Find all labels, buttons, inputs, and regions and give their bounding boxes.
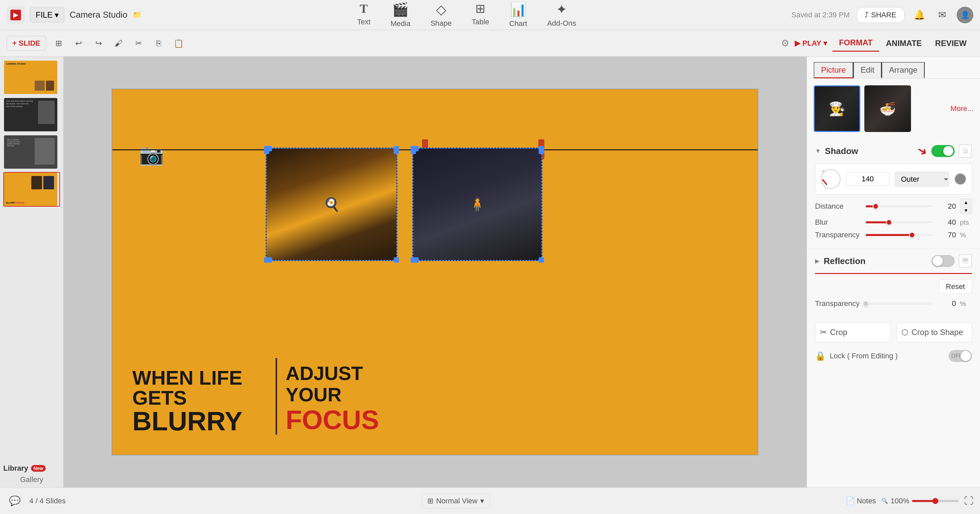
toolbar-shape[interactable]: ◇ Shape (430, 2, 452, 28)
crop-button[interactable]: ✂ Crop (815, 323, 891, 342)
play-button[interactable]: ▶ PLAY ▾ (795, 39, 827, 48)
dial-center (822, 170, 824, 173)
toolbar-text[interactable]: T Text (357, 2, 370, 28)
fullscreen-button[interactable]: ⛶ (964, 495, 973, 506)
slide-thumb-2[interactable]: 2 Look and think before openingthe shutt… (3, 97, 60, 132)
view-control: ⊞ Normal View ▾ (72, 494, 839, 508)
reset-button-container: Reset (815, 279, 972, 294)
canvas-area[interactable]: 📷 🍳 (63, 57, 807, 487)
picture-thumb-2[interactable]: 🍜 (864, 85, 911, 132)
slide-thumb-1[interactable]: 1 CAMERA STUDIO (3, 60, 60, 95)
lock-toggle[interactable]: OFF (949, 350, 972, 362)
transparency-value: 70 (936, 231, 956, 239)
handle-ml-1[interactable] (264, 149, 269, 154)
distance-slider-track[interactable] (865, 205, 932, 207)
tab-arrange[interactable]: Arrange (882, 62, 925, 78)
photo-frame-1[interactable]: 🍳 (266, 148, 397, 261)
chef-photo: 🍳 (267, 149, 396, 260)
handle-br-1[interactable] (394, 257, 399, 263)
shadow-collapse-icon[interactable]: ▼ (815, 148, 821, 155)
blur-slider-track[interactable] (865, 221, 932, 223)
chat-button[interactable]: 💬 (7, 493, 23, 509)
handle-mr-2[interactable] (539, 149, 544, 154)
blur-slider-thumb[interactable] (886, 219, 892, 225)
crop-to-shape-button[interactable]: ⬡ Crop to Shape (896, 323, 972, 342)
tab-review[interactable]: REVIEW (928, 35, 973, 52)
headline-blurry: BLURRY (132, 408, 242, 434)
reflection-transparency-track[interactable] (865, 303, 932, 305)
reflection-transparency-thumb[interactable] (863, 301, 869, 307)
reflection-collapse-icon[interactable]: ▶ (815, 257, 820, 265)
photo-frame-2[interactable]: 🧍 (412, 148, 542, 261)
distance-down[interactable]: ▼ (960, 207, 972, 214)
zoom-value: 100% (891, 496, 909, 505)
tab-format[interactable]: FORMAT (832, 35, 879, 52)
top-bar: ▶ FILE ▾ Camera Studio 📁 T Text 🎬 Media … (0, 0, 980, 30)
focus-word: FOCUS (286, 405, 379, 434)
toolbar-addons[interactable]: ✦ Add-Ons (547, 2, 576, 28)
chart-label: Chart (509, 19, 527, 28)
angle-dial[interactable] (821, 169, 841, 189)
slide-thumb-3[interactable]: 3 Be a Camera,Focus on yourgoals and blu… (3, 135, 60, 169)
reflection-section: ▶ Reflection Reset Tra (807, 249, 980, 317)
shadow-toggle[interactable] (931, 145, 955, 157)
shadow-preview-icon[interactable] (959, 144, 972, 158)
notification-button[interactable]: 🔔 (912, 7, 928, 23)
add-slide-button[interactable]: + SLIDE (7, 36, 46, 51)
handle-ml-2[interactable] (410, 149, 416, 154)
gallery-button[interactable]: Gallery (3, 475, 60, 484)
picture-thumb-1[interactable]: 👨‍🍳 (814, 85, 860, 132)
shadow-box-svg (962, 148, 969, 154)
tab-picture[interactable]: Picture (814, 62, 853, 78)
paint-button[interactable]: 🖌 (111, 36, 126, 51)
slides-panel: 1 CAMERA STUDIO 2 Look and think before … (0, 57, 63, 487)
arrow-annotation: ➜ (917, 144, 928, 158)
user-avatar[interactable]: 👤 (957, 7, 973, 23)
crop-buttons: ✂ Crop ⬡ Crop to Shape (807, 317, 980, 347)
paste-button[interactable]: 📋 (171, 36, 186, 51)
toolbar-media[interactable]: 🎬 Media (391, 2, 410, 28)
reflection-toggle[interactable] (931, 255, 955, 267)
sub-text: ADJUST YOUR FOCUS (286, 363, 379, 434)
library-button[interactable]: Library New (3, 464, 60, 473)
grid-view-button[interactable]: ⊞ (51, 36, 66, 51)
distance-stepper[interactable]: ▲ ▼ (960, 199, 972, 214)
headline: WHEN LIFE GETS BLURRY (132, 368, 242, 434)
zoom-slider[interactable] (912, 500, 959, 502)
view-button[interactable]: ⊞ Normal View ▾ (422, 494, 489, 508)
blur-label: Blur (815, 218, 862, 227)
undo-button[interactable]: ↩ (72, 36, 86, 51)
main-content: 1 CAMERA STUDIO 2 Look and think before … (0, 57, 980, 487)
file-menu-button[interactable]: FILE ▾ (30, 7, 64, 23)
mail-button[interactable]: ✉ (934, 7, 950, 23)
copy-button[interactable]: ⎘ (151, 36, 166, 51)
shadow-color-picker[interactable] (955, 173, 966, 185)
cut-button[interactable]: ✂ (131, 36, 146, 51)
distance-slider-thumb[interactable] (873, 203, 879, 209)
handle-br-2[interactable] (539, 257, 544, 263)
shadow-controls: Outer Inner None (815, 163, 972, 195)
settings-icon[interactable]: ⚙ (781, 38, 789, 49)
share-button[interactable]: ⤴ SHARE (856, 7, 905, 23)
file-chevron-icon: ▾ (55, 10, 59, 20)
shadow-type-select[interactable]: Outer Inner None (895, 172, 949, 187)
handle-mr-1[interactable] (394, 149, 399, 154)
transparency-slider-thumb[interactable] (909, 232, 915, 238)
handle-bc-2[interactable] (413, 257, 418, 263)
toolbar-table[interactable]: ⊞ Table (472, 2, 489, 28)
tab-animate[interactable]: ANIMATE (879, 35, 929, 52)
notes-button[interactable]: 📄 Notes (846, 496, 876, 505)
toolbar-chart[interactable]: 📊 Chart (509, 2, 527, 28)
more-link[interactable]: More... (951, 104, 973, 113)
reflection-preview-icon[interactable] (959, 254, 972, 268)
tab-edit[interactable]: Edit (853, 62, 882, 78)
slide-total: 4 Slides (40, 496, 66, 505)
transparency-row: Transparency 70 % (815, 231, 972, 239)
reset-button[interactable]: Reset (939, 279, 972, 294)
transparency-slider-track[interactable] (865, 234, 932, 236)
redo-button[interactable]: ↪ (91, 36, 106, 51)
slide-thumb-4[interactable]: 4 BLURRY FOCUS (3, 172, 60, 207)
distance-up[interactable]: ▲ (960, 199, 972, 206)
angle-input[interactable] (846, 172, 889, 186)
handle-bc-1[interactable] (267, 257, 272, 263)
